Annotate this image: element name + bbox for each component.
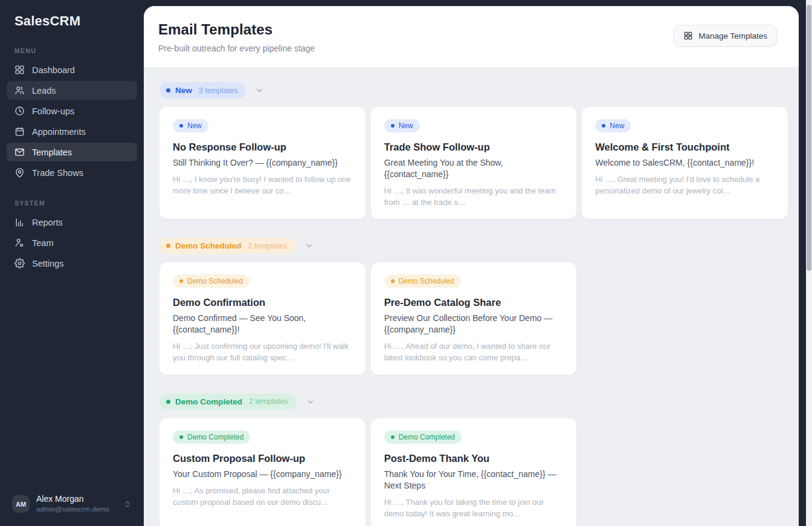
status-badge-label: New [187, 122, 202, 130]
status-dot-icon [602, 124, 605, 128]
nav-section-label-system: SYSTEM [0, 200, 144, 207]
page-title: Email Templates [158, 21, 315, 38]
nav-section-label-menu: MENU [0, 47, 144, 54]
status-badge: New [595, 119, 631, 132]
template-title: Welcome & First Touchpoint [595, 141, 775, 153]
template-preview: Hi …, Thank you for taking the time to j… [384, 497, 564, 520]
template-subject: Welcome to SalesCRM, {{contact_name}}! [595, 157, 775, 169]
sidebar-spacer [0, 290, 144, 489]
template-card[interactable]: Demo Scheduled Demo Confirmation Demo Co… [160, 262, 366, 374]
template-card[interactable]: New Welcome & First Touchpoint Welcome t… [582, 107, 788, 219]
status-badge-label: Demo Scheduled [187, 277, 243, 285]
page-header-text: Email Templates Pre-built outreach for e… [158, 21, 315, 53]
user-meta: Alex Morgan admin@salescrm.demo [36, 494, 117, 514]
status-dot-icon [179, 435, 183, 439]
user-name: Alex Morgan [36, 494, 117, 504]
template-preview: Hi …, Great meeting you! I'd love to sch… [595, 174, 775, 197]
sidebar-item-label: Team [32, 238, 53, 248]
template-title: Custom Proposal Follow-up [173, 453, 352, 464]
template-card[interactable]: Demo Completed Post-Demo Thank You Thank… [371, 418, 577, 526]
stage-dot-icon [166, 244, 170, 248]
stage-pill[interactable]: Demo Completed 2 templates [160, 394, 297, 410]
template-subject: Demo Confirmed — See You Soon, {{contact… [173, 313, 352, 336]
grid-icon [683, 31, 693, 41]
sidebar-item-trade-shows[interactable]: Trade Shows [7, 163, 137, 182]
nav-group-system: Reports Team Settings [0, 213, 144, 274]
stage-pill[interactable]: Demo Scheduled 2 templates [160, 238, 295, 254]
user-email: admin@salescrm.demo [36, 505, 117, 514]
window-scrollbar[interactable] [806, 0, 812, 526]
main-outer: Email Templates Pre-built outreach for e… [144, 0, 812, 526]
main-panel: Email Templates Pre-built outreach for e… [144, 6, 799, 526]
template-card[interactable]: New Trade Show Follow-up Great Meeting Y… [371, 107, 577, 219]
template-subject: Your Custom Proposal — {{company_name}} [173, 469, 352, 480]
sidebar-item-label: Templates [32, 148, 72, 157]
status-badge: Demo Scheduled [384, 274, 461, 288]
stage-count: 2 templates [248, 242, 288, 250]
sidebar-item-label: Reports [32, 218, 63, 227]
status-badge-label: New [610, 122, 624, 130]
status-badge: New [173, 119, 208, 132]
template-preview: Hi …, It was wonderful meeting you and t… [384, 186, 564, 209]
sidebar-item-team[interactable]: Team [7, 233, 137, 252]
chevron-down-icon[interactable] [304, 241, 314, 250]
template-card-grid: Demo Completed Custom Proposal Follow-up… [160, 418, 788, 526]
status-badge: Demo Scheduled [173, 274, 250, 288]
bar-chart-icon [14, 217, 25, 227]
sidebar-item-settings[interactable]: Settings [7, 254, 137, 273]
sidebar-item-appointments[interactable]: Appointments [7, 122, 137, 141]
template-title: Trade Show Follow-up [384, 141, 564, 153]
sidebar-item-label: Follow-ups [32, 106, 74, 116]
scrollbar-thumb[interactable] [807, 5, 811, 271]
stage-pill[interactable]: New 3 templates [160, 82, 246, 99]
template-subject: Thank You for Your Time, {{contact_name}… [384, 469, 564, 492]
envelope-icon [14, 147, 25, 157]
templates-content: New 3 templates New No Response Follow-u… [144, 67, 799, 526]
sidebar-item-leads[interactable]: Leads [7, 81, 137, 100]
sidebar-item-reports[interactable]: Reports [7, 213, 137, 232]
stage-dot-icon [166, 88, 170, 93]
app-window: SalesCRM MENU Dashboard Leads Follow-ups… [0, 0, 812, 526]
status-badge-label: Demo Completed [399, 433, 455, 441]
stage-dot-icon [166, 400, 170, 404]
status-badge-label: Demo Completed [187, 433, 243, 441]
section-header: New 3 templates [160, 82, 788, 99]
sidebar-item-label: Appointments [32, 127, 86, 137]
dashboard-grid-icon [14, 65, 25, 75]
status-badge-label: Demo Scheduled [399, 277, 454, 285]
chevron-down-icon[interactable] [255, 86, 264, 95]
template-title: No Response Follow-up [173, 141, 352, 153]
template-title: Post-Demo Thank You [384, 453, 564, 464]
sidebar-item-label: Settings [32, 259, 63, 268]
user-menu[interactable]: AM Alex Morgan admin@salescrm.demo [0, 489, 144, 518]
template-card[interactable]: New No Response Follow-up Still Thinking… [160, 107, 366, 219]
page-subtitle: Pre-built outreach for every pipeline st… [158, 44, 315, 53]
section-header: Demo Completed 2 templates [160, 394, 788, 410]
stage-name: New [175, 86, 192, 95]
stage-name: Demo Completed [175, 397, 242, 406]
stage-count: 3 templates [199, 86, 238, 95]
chevron-down-icon[interactable] [306, 397, 315, 406]
leads-users-icon [14, 85, 25, 96]
team-icon [14, 238, 25, 248]
calendar-icon [14, 126, 25, 137]
manage-templates-label: Manage Templates [698, 31, 767, 41]
template-card[interactable]: Demo Scheduled Pre-Demo Catalog Share Pr… [371, 262, 577, 374]
status-dot-icon [179, 279, 183, 283]
stage-section-new: New 3 templates New No Response Follow-u… [160, 82, 788, 219]
sidebar-item-dashboard[interactable]: Dashboard [7, 60, 137, 79]
status-dot-icon [179, 124, 183, 128]
sidebar-item-follow-ups[interactable]: Follow-ups [7, 102, 137, 120]
template-card[interactable]: Demo Completed Custom Proposal Follow-up… [160, 418, 366, 526]
sidebar-item-templates[interactable]: Templates [7, 143, 137, 161]
manage-templates-button[interactable]: Manage Templates [674, 25, 777, 47]
stage-name: Demo Scheduled [175, 241, 242, 250]
template-subject: Preview Our Collection Before Your Demo … [384, 313, 564, 336]
template-preview: Hi …, I know you're busy! I wanted to fo… [173, 174, 352, 197]
map-pin-icon [14, 167, 25, 178]
stage-section-demo-scheduled: Demo Scheduled 2 templates Demo Schedule… [160, 238, 788, 374]
nav-group-menu: Dashboard Leads Follow-ups Appointments … [0, 60, 144, 184]
chevron-up-down-icon [123, 500, 132, 508]
section-header: Demo Scheduled 2 templates [160, 238, 788, 254]
template-subject: Great Meeting You at the Show, {{contact… [384, 157, 564, 180]
